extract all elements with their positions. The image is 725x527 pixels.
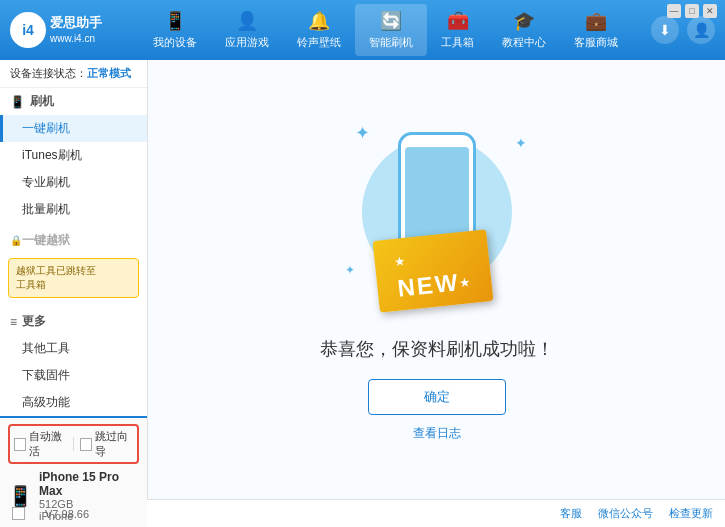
nav-toolbox[interactable]: 🧰 工具箱 [427, 4, 488, 56]
sidebar-flash-header: 📱 刷机 [0, 88, 147, 115]
logo-area: i4 爱思助手 www.i4.cn [10, 12, 120, 48]
close-button[interactable]: ✕ [703, 4, 717, 18]
nav-service[interactable]: 💼 客服商城 [560, 4, 632, 56]
sidebar-item-download-firmware[interactable]: 下载固件 [0, 362, 147, 389]
minimize-button[interactable]: — [667, 4, 681, 18]
header-right: ⬇ 👤 [651, 16, 715, 44]
footer-wechat-link[interactable]: 微信公众号 [598, 506, 653, 521]
nav-my-device[interactable]: 📱 我的设备 [139, 4, 211, 56]
auto-activate-checkbox[interactable]: 自动激活 [14, 429, 67, 459]
ringtone-icon: 🔔 [308, 10, 330, 32]
footer-feedback-link[interactable]: 客服 [560, 506, 582, 521]
sidebar-item-itunes-flash[interactable]: iTunes刷机 [0, 142, 147, 169]
main-layout: 设备连接状态：正常模式 📱 刷机 一键刷机 iTunes刷机 专业刷机 批量刷机… [0, 60, 725, 499]
sidebar-item-other-tools[interactable]: 其他工具 [0, 335, 147, 362]
divider [73, 437, 74, 451]
connection-status: 设备连接状态：正常模式 [0, 60, 147, 88]
guide-check[interactable] [80, 438, 92, 451]
toolbox-icon: 🧰 [447, 10, 469, 32]
nav-apps-games[interactable]: 👤 应用游戏 [211, 4, 283, 56]
activate-options-row: 自动激活 跳过向导 [8, 424, 139, 464]
footer-links: 客服 微信公众号 检查更新 [560, 506, 713, 521]
confirm-button[interactable]: 确定 [368, 379, 506, 415]
sparkle-left: ✦ [355, 122, 370, 144]
auto-activate-check[interactable] [14, 438, 26, 451]
phone-screen [405, 147, 469, 244]
sparkle-right: ✦ [515, 135, 527, 151]
sidebar-more-header: ≡ 更多 [0, 308, 147, 335]
logo-text: 爱思助手 www.i4.cn [50, 14, 102, 46]
version-label: V7.98.66 [45, 508, 89, 520]
sidebar: 设备连接状态：正常模式 📱 刷机 一键刷机 iTunes刷机 专业刷机 批量刷机… [0, 60, 148, 499]
success-illustration: ✦ ✦ ✦ ★ NEW★ [337, 117, 537, 327]
guide-activation-checkbox[interactable]: 跳过向导 [80, 429, 133, 459]
footer-left [12, 507, 25, 520]
maximize-button[interactable]: □ [685, 4, 699, 18]
download-button[interactable]: ⬇ [651, 16, 679, 44]
sidebar-item-advanced[interactable]: 高级功能 [0, 389, 147, 416]
sidebar-jailbreak-header: 🔒 一键越狱 [0, 227, 147, 254]
jailbreak-warning-box: 越狱工具已跳转至工具箱 [8, 258, 139, 298]
nav-bar: 📱 我的设备 👤 应用游戏 🔔 铃声壁纸 🔄 智能刷机 🧰 工具箱 🎓 [120, 4, 651, 56]
footer-checkbox[interactable] [12, 507, 25, 520]
sparkle-bottom: ✦ [345, 263, 355, 277]
nav-smart-flash[interactable]: 🔄 智能刷机 [355, 4, 427, 56]
apps-icon: 👤 [236, 10, 258, 32]
nav-ringtones[interactable]: 🔔 铃声壁纸 [283, 4, 355, 56]
sidebar-item-pro-flash[interactable]: 专业刷机 [0, 169, 147, 196]
success-message: 恭喜您，保资料刷机成功啦！ [320, 337, 554, 361]
device-phone-icon: 📱 [8, 484, 33, 508]
footer-update-link[interactable]: 检查更新 [669, 506, 713, 521]
logo-icon: i4 [10, 12, 46, 48]
lock-icon: 🔒 [10, 235, 22, 246]
sidebar-item-one-key-flash[interactable]: 一键刷机 [0, 115, 147, 142]
more-section-icon: ≡ [10, 315, 17, 329]
user-button[interactable]: 👤 [687, 16, 715, 44]
nav-tutorial[interactable]: 🎓 教程中心 [488, 4, 560, 56]
sidebar-item-batch-flash[interactable]: 批量刷机 [0, 196, 147, 223]
flash-icon: 🔄 [380, 10, 402, 32]
flash-section-icon: 📱 [10, 95, 25, 109]
content-area: ✦ ✦ ✦ ★ NEW★ 恭喜您，保资料刷机成功啦！ 确定 查看日志 [148, 60, 725, 499]
new-badge: ★ NEW★ [372, 229, 493, 313]
tutorial-icon: 🎓 [513, 10, 535, 32]
window-controls: — □ ✕ [667, 4, 717, 18]
service-icon: 💼 [585, 10, 607, 32]
view-log-link[interactable]: 查看日志 [413, 425, 461, 442]
my-device-icon: 📱 [164, 10, 186, 32]
header: i4 爱思助手 www.i4.cn 📱 我的设备 👤 应用游戏 🔔 铃声壁纸 🔄 [0, 0, 725, 60]
